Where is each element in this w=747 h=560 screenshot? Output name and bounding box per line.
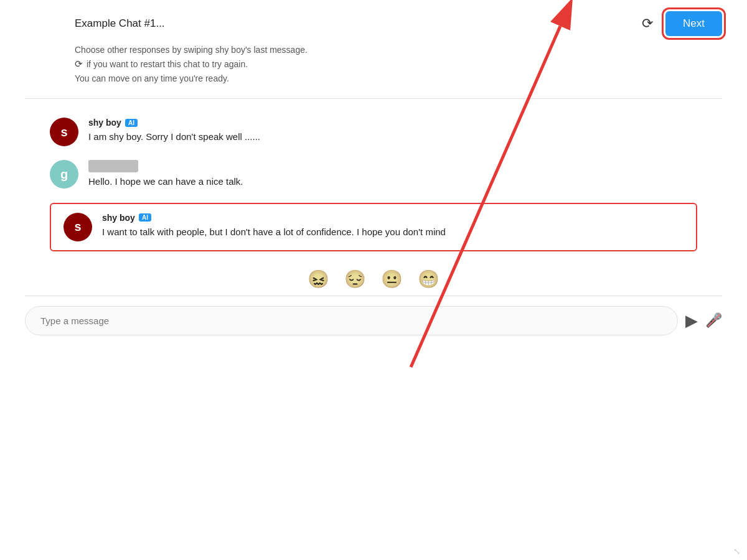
avatar: g bbox=[50, 160, 78, 189]
emoji-btn-2[interactable]: 😐 bbox=[381, 269, 403, 289]
instruction-2: ⟳ if you want to restart this chat to tr… bbox=[75, 58, 722, 70]
emoji-btn-0[interactable]: 😖 bbox=[308, 269, 329, 289]
sender-name: shy boy bbox=[102, 213, 135, 223]
resize-handle: ⤡ bbox=[733, 546, 741, 554]
avatar: s bbox=[50, 118, 78, 146]
user-name-placeholder bbox=[88, 160, 138, 172]
chat-area: s shy boy AI I am shy boy. Sorry I don't… bbox=[0, 99, 747, 258]
message-input[interactable] bbox=[25, 306, 678, 335]
message-content-3: shy boy AI I want to talk with people, b… bbox=[102, 213, 446, 240]
restart-icon[interactable]: ⟳ bbox=[642, 16, 653, 32]
chat-title: Example Chat #1... bbox=[75, 17, 165, 30]
emoji-row: 😖 😔 😐 😁 bbox=[0, 258, 747, 296]
message-content-2: Hello. I hope we can have a nice talk. bbox=[88, 160, 243, 189]
emoji-btn-1[interactable]: 😔 bbox=[344, 269, 366, 289]
emoji-btn-3[interactable]: 😁 bbox=[418, 269, 439, 289]
avatar: s bbox=[63, 213, 92, 241]
sender-name-row: shy boy AI bbox=[88, 118, 260, 128]
ai-badge: AI bbox=[125, 119, 138, 127]
header-icons: ⟳ Next bbox=[642, 11, 722, 36]
restart-small-icon: ⟳ bbox=[75, 58, 83, 70]
sender-name-row: shy boy AI bbox=[102, 213, 446, 223]
sender-name-row bbox=[88, 160, 243, 172]
instruction-3: You can move on any time you're ready. bbox=[75, 73, 722, 83]
send-button[interactable]: ▶ bbox=[685, 311, 698, 330]
message-content-1: shy boy AI I am shy boy. Sorry I don't s… bbox=[88, 118, 260, 144]
message-text: Hello. I hope we can have a nice talk. bbox=[88, 175, 243, 189]
send-icon: ▶ bbox=[685, 311, 698, 330]
message-text: I am shy boy. Sorry I don't speak well .… bbox=[88, 130, 260, 144]
message-text: I want to talk with people, but I don't … bbox=[102, 225, 446, 240]
instructions: Choose other responses by swiping shy bo… bbox=[0, 42, 747, 90]
mic-icon: 🎤 bbox=[705, 312, 722, 329]
instruction-1: Choose other responses by swiping shy bo… bbox=[75, 45, 722, 55]
ai-badge: AI bbox=[139, 213, 151, 222]
table-row: s shy boy AI I am shy boy. Sorry I don't… bbox=[50, 118, 697, 146]
header: Example Chat #1... ⟳ Next bbox=[0, 0, 747, 42]
sender-name: shy boy bbox=[88, 118, 121, 128]
input-area: ▶ 🎤 bbox=[0, 296, 747, 345]
highlighted-message-box: s shy boy AI I want to talk with people,… bbox=[50, 203, 697, 251]
next-button[interactable]: Next bbox=[665, 11, 722, 36]
mic-button[interactable]: 🎤 bbox=[705, 312, 722, 329]
table-row: s shy boy AI I want to talk with people,… bbox=[63, 213, 684, 241]
table-row: g Hello. I hope we can have a nice talk. bbox=[50, 160, 697, 189]
